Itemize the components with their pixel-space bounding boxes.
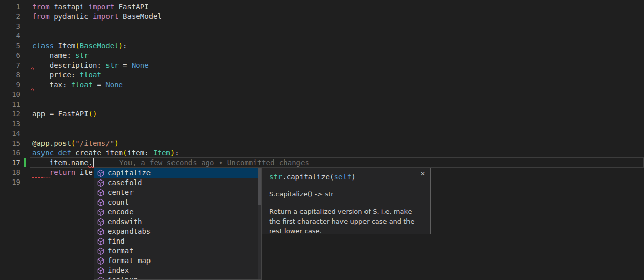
suggestion-label: index bbox=[108, 266, 129, 275]
signature-plain: S.capitalize() -> str bbox=[269, 189, 423, 199]
suggestion-item-casefold[interactable]: casefold bbox=[94, 178, 261, 188]
close-icon[interactable]: ✕ bbox=[420, 170, 425, 177]
line-number[interactable]: 6 bbox=[0, 51, 30, 61]
code-token: float bbox=[80, 71, 101, 79]
suggestion-item-count[interactable]: count bbox=[94, 197, 261, 207]
symbol-method-icon bbox=[97, 247, 105, 255]
symbol-method-icon bbox=[97, 189, 105, 197]
code-token: description: bbox=[32, 61, 105, 69]
code-line-8[interactable]: 8 price: float bbox=[0, 70, 644, 80]
code-token: return bbox=[50, 168, 76, 176]
symbol-method-icon bbox=[97, 169, 105, 177]
suggestion-label: center bbox=[108, 188, 134, 197]
code-token: "/items/" bbox=[75, 139, 114, 147]
code-line-content: from pydantic import BaseModel bbox=[30, 12, 162, 22]
code-line-content bbox=[30, 90, 32, 99]
line-number[interactable]: 12 bbox=[0, 109, 30, 119]
code-line-16[interactable]: 16async def create_item(item: Item): bbox=[0, 148, 644, 158]
suggest-scrollbar[interactable] bbox=[258, 168, 261, 279]
code-token: : bbox=[123, 42, 127, 50]
code-token: str bbox=[75, 51, 88, 59]
suggestion-item-isalnum[interactable]: isalnum bbox=[94, 275, 261, 280]
method-description: Return a capitalized version of S, i.e. … bbox=[269, 207, 424, 236]
code-line-2[interactable]: 2from pydantic import BaseModel bbox=[0, 12, 644, 22]
code-line-9[interactable]: 9 tax: float = None bbox=[0, 80, 644, 90]
code-line-6[interactable]: 6 name: str bbox=[0, 51, 644, 61]
code-line-content: app = FastAPI() bbox=[30, 109, 97, 119]
line-number[interactable]: 19 bbox=[0, 177, 30, 187]
code-token: None bbox=[132, 61, 149, 69]
code-line-content: async def create_item(item: Item): bbox=[30, 148, 179, 158]
suggestion-item-index[interactable]: index bbox=[94, 266, 261, 275]
code-token: Item bbox=[153, 149, 170, 157]
code-token: item.name. bbox=[32, 158, 93, 167]
suggestion-item-capitalize[interactable]: capitalize bbox=[94, 168, 261, 178]
code-token: @app.post bbox=[32, 139, 71, 147]
code-area[interactable]: 1from fastapi import FastAPI2from pydant… bbox=[0, 2, 644, 187]
code-line-10[interactable]: 10 bbox=[0, 90, 644, 99]
code-line-13[interactable]: 13 bbox=[0, 119, 644, 129]
code-line-17[interactable]: 17 item.name. bbox=[0, 158, 644, 168]
code-line-11[interactable]: 11 bbox=[0, 99, 644, 109]
suggestion-label: format bbox=[108, 246, 134, 256]
intellisense-suggest-widget: capitalizecasefoldcentercountencodeendsw… bbox=[94, 168, 262, 280]
line-number[interactable]: 18 bbox=[0, 168, 30, 177]
code-line-14[interactable]: 14 bbox=[0, 129, 644, 138]
code-token: price: bbox=[32, 71, 80, 79]
suggestion-item-endswith[interactable]: endswith bbox=[94, 217, 261, 227]
code-line-5[interactable]: 5class Item(BaseModel): bbox=[0, 41, 644, 51]
suggestion-item-encode[interactable]: encode bbox=[94, 207, 261, 217]
error-squiggle bbox=[31, 66, 36, 70]
line-number[interactable]: 14 bbox=[0, 129, 30, 138]
code-line-7[interactable]: 7 description: str = None bbox=[0, 61, 644, 70]
line-number[interactable]: 16 bbox=[0, 148, 30, 158]
code-editor: { "colors": { "editorBg": "#1f1f1f", "fg… bbox=[0, 0, 644, 280]
suggestion-label: expandtabs bbox=[108, 227, 151, 236]
symbol-method-icon bbox=[97, 179, 105, 187]
code-line-12[interactable]: 12app = FastAPI() bbox=[0, 109, 644, 119]
line-number[interactable]: 13 bbox=[0, 119, 30, 129]
line-number[interactable]: 2 bbox=[0, 12, 30, 22]
code-line-content bbox=[30, 99, 32, 109]
code-line-content: description: str = None bbox=[30, 61, 149, 70]
code-line-content: item.name. bbox=[30, 158, 93, 168]
line-number[interactable]: 3 bbox=[0, 22, 30, 31]
code-line-content: price: float bbox=[30, 70, 101, 80]
line-number[interactable]: 9 bbox=[0, 80, 30, 90]
line-number[interactable]: 10 bbox=[0, 90, 30, 99]
code-line-4[interactable]: 4 bbox=[0, 31, 644, 41]
suggestion-label: count bbox=[108, 197, 129, 207]
code-line-15[interactable]: 15@app.post("/items/") bbox=[0, 138, 644, 148]
code-line-1[interactable]: 1from fastapi import FastAPI bbox=[0, 2, 644, 12]
symbol-method-icon bbox=[97, 218, 105, 226]
line-number[interactable]: 8 bbox=[0, 70, 30, 80]
code-token: None bbox=[105, 81, 123, 89]
code-token: BaseModel bbox=[119, 12, 162, 21]
line-number[interactable]: 1 bbox=[0, 2, 30, 12]
code-token: ) bbox=[119, 42, 123, 50]
line-number[interactable]: 11 bbox=[0, 99, 30, 109]
code-token: = bbox=[93, 81, 105, 89]
suggestion-list: capitalizecasefoldcentercountencodeendsw… bbox=[94, 168, 261, 280]
code-line-3[interactable]: 3 bbox=[0, 22, 644, 31]
line-number[interactable]: 15 bbox=[0, 138, 30, 148]
code-token: ite bbox=[75, 168, 93, 176]
line-number[interactable]: 5 bbox=[0, 41, 30, 51]
suggestion-item-expandtabs[interactable]: expandtabs bbox=[94, 227, 261, 236]
scrollbar-thumb[interactable] bbox=[258, 168, 261, 205]
code-line-content: tax: float = None bbox=[30, 80, 123, 90]
error-squiggle bbox=[32, 176, 51, 178]
code-token: ) bbox=[170, 149, 175, 157]
code-token: fastapi bbox=[50, 3, 89, 11]
suggestion-item-format[interactable]: format bbox=[94, 246, 261, 256]
suggestion-item-format_map[interactable]: format_map bbox=[94, 256, 261, 266]
line-number[interactable]: 7 bbox=[0, 61, 30, 70]
symbol-method-icon bbox=[97, 237, 105, 246]
method-signature: str.capitalize(self) bbox=[269, 172, 423, 182]
suggestion-item-find[interactable]: find bbox=[94, 236, 261, 246]
suggestion-item-center[interactable]: center bbox=[94, 188, 261, 197]
code-line-content bbox=[30, 22, 32, 31]
line-number[interactable]: 4 bbox=[0, 31, 30, 41]
code-token: name: bbox=[32, 51, 75, 59]
code-token: import bbox=[93, 12, 119, 21]
